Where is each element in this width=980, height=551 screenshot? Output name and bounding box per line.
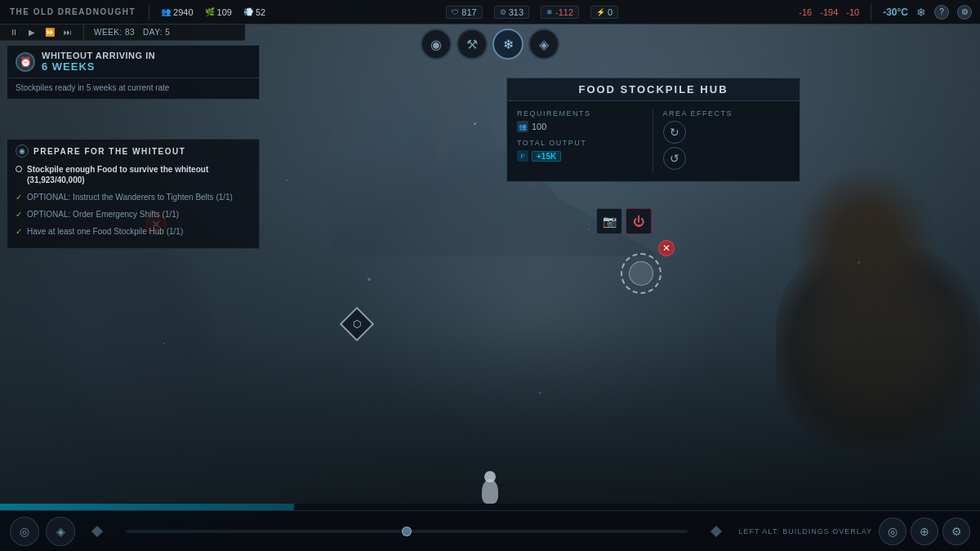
timeline-progress [0,504,294,510]
objective-item-1: Stockpile enough Food to survive the whi… [16,162,251,187]
objective-check-2: ✓ [16,193,22,202]
timeline-bar[interactable] [0,504,980,510]
objective-text-4: Have at least one Food Stockpile Hub (1/… [27,226,183,237]
area-effect-sync-icon[interactable]: ↻ [663,121,686,144]
objective-item-3: ✓ OPTIONAL: Order Emergency Shifts (1/1) [16,207,251,221]
total-output-label: TOTAL OUTPUT [517,139,644,147]
stockpile-stats-left: REQUIREMENTS 👥 100 TOTAL OUTPUT F +15K [517,109,644,173]
scroll-bar[interactable] [126,530,688,533]
objective-item-2: ✓ OPTIONAL: Instruct the Wanderers to Ti… [16,190,251,204]
food-output-icon: F [517,150,528,162]
bottom-right-area: LEFT ALT: BUILDINGS OVERLAY ◎ ⊕ ⚙ [728,518,980,545]
snow-overlay-button[interactable]: ❄ [492,29,523,60]
notification-title: WHITEOUT ARRIVING IN [42,51,155,60]
resource-heat: ❄ -112 [541,6,579,19]
game-title: THE OLD DREADNOUGHT [0,7,145,16]
objective-text-2: OPTIONAL: Instruct the Wanderers to Tigh… [27,192,233,202]
snowflake-icon: ❄ [916,6,926,19]
center-resources: 🛡 817 ⚙ 313 ❄ -112 ⚡ 0 [446,6,618,19]
stockpile-title-bar: FOOD STOCKPILE HUB [507,78,800,101]
notification-header: ⏰ WHITEOUT ARRIVING IN 6 WEEKS [7,46,259,78]
scroll-indicator [402,527,412,536]
marker-resource-diamond[interactable]: ⬡ [345,312,369,336]
bottom-circle-btn-1[interactable]: ◎ [879,518,906,545]
total-output-value: F +15K [517,150,644,162]
help-button[interactable]: ? [934,5,949,20]
build-button[interactable]: ⚒ [457,29,488,60]
stockpile-hub-panel: FOOD STOCKPILE HUB REQUIREMENTS 👥 100 TO… [506,78,800,182]
scroll-right-diamond[interactable] [710,525,722,536]
resource-workers: 👥 2940 [161,7,193,17]
objective-text-1: Stockpile enough Food to survive the whi… [27,164,251,185]
player-character [482,479,498,504]
marker-build-location[interactable]: ✕ [621,253,662,294]
notification-description: Stockpiles ready in 5 weeks at current r… [16,83,251,92]
objectives-header: ◉ PREPARE FOR THE WHITEOUT [16,144,251,158]
resource-steam-left: 💨 52 [243,7,265,17]
resource-shields: 🛡 817 [446,6,482,19]
resource-gears: ⚙ 313 [494,6,529,19]
bottom-circle-btn-2[interactable]: ⊕ [911,518,938,545]
scroll-left-diamond[interactable] [91,525,103,536]
building-power-button[interactable]: ⏻ [626,208,652,234]
bottom-nav-left: ◎ ◈ [0,517,85,546]
objective-bullet-1 [16,166,22,172]
objective-check-4: ✓ [16,227,22,236]
play-button[interactable]: ▶ [26,27,38,38]
top-bar: THE OLD DREADNOUGHT 👥 2940 🌿 109 💨 52 🛡 … [0,0,980,24]
worker-icon: 👥 [517,121,528,132]
requirements-label: REQUIREMENTS [517,109,644,118]
faster-button[interactable]: ⏭ [62,27,74,38]
playback-bar: ⏸ ▶ ⏩ ⏭ WEEK: 83 DAY: 5 [0,24,245,41]
settings-button[interactable]: ⚙ [957,5,972,20]
fast-forward-button[interactable]: ⏩ [44,27,56,38]
bottom-nav-btn-2[interactable]: ◈ [46,517,75,546]
top-right-stats: -16 -194 -10 -30°C ❄ ? ⚙ [791,4,980,20]
objective-text-3: OPTIONAL: Order Emergency Shifts (1/1) [27,209,179,220]
area-effects-label: AREA EFFECTS [663,109,791,118]
notification-icon: ⏰ [16,52,35,72]
notification-time: 6 WEEKS [42,60,155,73]
objective-check-3: ✓ [16,210,22,219]
bottom-hint-text: LEFT ALT: BUILDINGS OVERLAY [738,527,872,535]
stat-val3: -10 [846,7,859,17]
bottom-icon-buttons: ◎ ⊕ ⚙ [879,518,970,545]
overlay-button[interactable]: ◈ [528,29,559,60]
scroll-area[interactable] [85,527,728,535]
week-label: WEEK: 83 DAY: 5 [94,28,170,37]
stockpile-area-effects: AREA EFFECTS ↻ ↺ [653,109,791,173]
objectives-title: PREPARE FOR THE WHITEOUT [33,147,185,156]
center-controls: ◉ ⚒ ❄ ◈ [421,29,559,60]
building-camera-button[interactable]: 📷 [596,208,622,234]
objectives-panel: ◉ PREPARE FOR THE WHITEOUT Stockpile eno… [7,139,260,249]
area-effect-return-icon[interactable]: ↺ [663,147,686,170]
temperature-display: -30°C [883,7,908,18]
stat-val1: -16 [799,7,812,17]
resource-food-left: 🌿 109 [205,7,232,17]
top-resources: 👥 2940 🌿 109 💨 52 [153,7,274,17]
stat-val2: -194 [820,7,838,17]
output-number: +15K [532,151,561,162]
stockpile-title: FOOD STOCKPILE HUB [517,83,790,96]
bottom-nav-btn-1[interactable]: ◎ [10,517,39,546]
map-view-button[interactable]: ◉ [421,29,452,60]
notification-panel: ⏰ WHITEOUT ARRIVING IN 6 WEEKS Stockpile… [7,45,260,100]
objectives-icon: ◉ [16,144,29,158]
objective-item-4: ✓ Have at least one Food Stockpile Hub (… [16,224,251,238]
bottom-circle-btn-3[interactable]: ⚙ [942,518,970,545]
bottom-bar: ◎ ◈ LEFT ALT: BUILDINGS OVERLAY ◎ ⊕ ⚙ [0,510,980,551]
building-action-bar: 📷 ⏻ [596,208,652,234]
workers-requirement: 👥 100 [517,121,644,132]
pause-button[interactable]: ⏸ [8,27,20,38]
resource-power: ⚡ 0 [590,6,618,19]
